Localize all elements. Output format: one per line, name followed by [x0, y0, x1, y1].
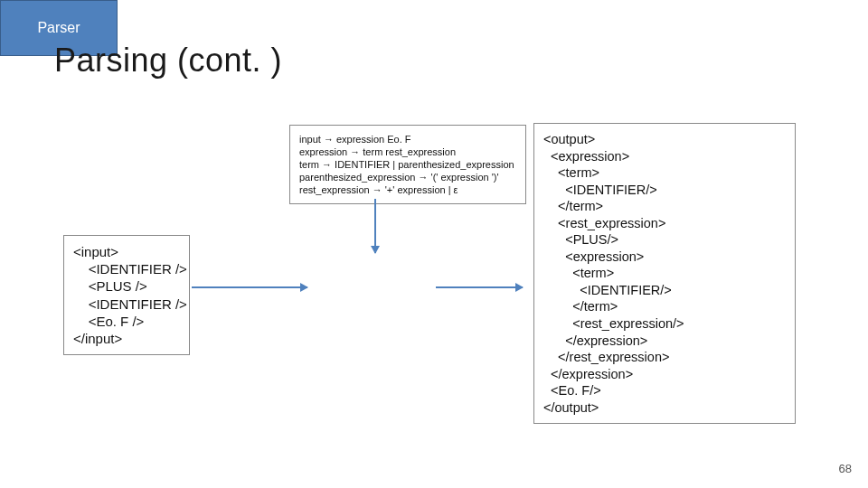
parser-label: Parser: [37, 20, 80, 36]
grammar-rules-box: input → expression Eo. F expression → te…: [289, 125, 526, 204]
arrow-parser-to-output: [436, 286, 523, 288]
slide: Parsing (cont. ) input → expression Eo. …: [0, 0, 868, 488]
arrow-grammar-to-parser: [374, 199, 376, 253]
slide-title: Parsing (cont. ): [54, 42, 282, 80]
page-number: 68: [839, 462, 852, 475]
arrow-input-to-parser: [192, 286, 307, 288]
output-tree-box: <output> <expression> <term> <IDENTIFIER…: [533, 123, 796, 424]
input-tokens-box: <input> <IDENTIFIER /> <PLUS /> <IDENTIF…: [63, 235, 190, 355]
